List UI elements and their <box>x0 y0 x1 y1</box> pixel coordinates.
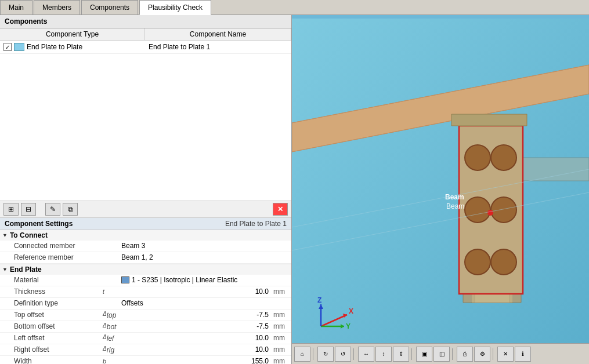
deftype-symbol <box>102 302 119 304</box>
tab-members[interactable]: Members <box>34 0 80 14</box>
main-layout: Components Component Type Component Name… <box>0 15 589 364</box>
right-offset-symbol: Δrig <box>102 344 119 355</box>
components-table: Component Type Component Name ✓ End Plat… <box>0 28 291 54</box>
material-color-box <box>121 276 129 283</box>
bottom-offset-label: Bottom offset <box>12 321 102 332</box>
svg-point-27 <box>487 210 493 216</box>
delete-button[interactable]: ✕ <box>273 203 288 216</box>
svg-line-33 <box>321 315 347 326</box>
reference-member-row: Reference member Beam 1, 2 <box>0 252 291 264</box>
bottom-offset-row: Bottom offset Δbot -7.5 mm <box>0 321 291 333</box>
svg-text:Z: Z <box>317 297 321 304</box>
left-panel: Components Component Type Component Name… <box>0 15 292 364</box>
top-offset-label: Top offset <box>12 310 102 320</box>
viewport-panel[interactable]: FRONT TOP R <box>292 15 589 364</box>
left-offset-row: Left offset Δlef 10.0 mm <box>0 333 291 344</box>
right-offset-row: Right offset Δrig 10.0 mm <box>0 344 291 356</box>
end-plate-section: ▼ End Plate Material 1 - S235 | Isotropi… <box>0 264 291 365</box>
reference-member-symbol <box>102 256 119 259</box>
add-row-button[interactable]: ⊞ <box>3 203 19 216</box>
end-plate-header[interactable]: ▼ End Plate <box>0 264 291 275</box>
settings-view-button[interactable]: ⚙ <box>474 347 490 362</box>
tab-bar: Main Members Components Plausibility Che… <box>0 0 589 15</box>
top-offset-row: Top offset Δtop -7.5 mm <box>0 310 291 321</box>
deftype-value[interactable]: Offsets <box>119 298 291 308</box>
width-row: Width b 155.0 mm <box>0 356 291 365</box>
col-name-header: Component Name <box>145 28 291 40</box>
svg-point-25 <box>465 249 490 275</box>
toolbar-sep5 <box>493 348 495 360</box>
toolbar-sep2 <box>353 348 356 360</box>
components-section-header: Components <box>0 15 291 28</box>
svg-text:Beam: Beam <box>446 202 464 210</box>
rotate-x-button[interactable]: ↻ <box>317 347 334 362</box>
thickness-symbol: t <box>102 287 119 296</box>
collapse-icon: ▼ <box>2 267 8 272</box>
width-unit: mm <box>271 356 291 364</box>
connected-member-row: Connected member Beam 3 <box>0 241 291 252</box>
tab-plausibility[interactable]: Plausibility Check <box>139 0 211 15</box>
left-offset-label: Left offset <box>12 333 102 343</box>
info-view-button[interactable]: ℹ <box>515 347 531 362</box>
top-offset-value[interactable]: -7.5 <box>119 310 271 320</box>
deftype-label: Definition type <box>12 298 102 308</box>
table-row[interactable]: ✓ End Plate to Plate End Plate to Plate … <box>0 41 291 54</box>
toolbar-sep3 <box>411 348 414 360</box>
reference-member-label: Reference member <box>12 252 102 263</box>
components-toolbar: ⊞ ⊟ ✎ ⧉ ✕ <box>0 201 291 218</box>
thickness-value[interactable]: 10.0 <box>119 286 271 297</box>
trans-y-button[interactable]: ↕ <box>375 347 392 362</box>
tab-components[interactable]: Components <box>81 0 138 14</box>
component-type-icon <box>14 43 24 51</box>
material-symbol <box>102 279 119 281</box>
connected-member-value[interactable]: Beam 3 <box>119 241 291 251</box>
close-view-button[interactable]: ✕ <box>497 347 514 362</box>
axis-indicator: X Y Z <box>309 297 350 338</box>
svg-point-21 <box>465 145 490 170</box>
bottom-offset-symbol: Δbot <box>102 321 119 332</box>
checkbox-icon[interactable]: ✓ <box>3 43 12 51</box>
svg-point-22 <box>491 145 516 170</box>
end-plate-thickness-row: Thickness t 10.0 mm <box>0 286 291 298</box>
material-label: Material <box>12 275 102 285</box>
svg-marker-37 <box>341 324 344 329</box>
svg-point-26 <box>491 249 516 275</box>
trans-z-button[interactable]: ⇕ <box>393 347 409 362</box>
trans-x-button[interactable]: ↔ <box>358 347 374 362</box>
end-plate-material-row: Material 1 - S235 | Isotropic | Linear E… <box>0 275 291 286</box>
component-name-cell: End Plate to Plate 1 <box>145 42 291 52</box>
print-button[interactable]: ⎙ <box>457 347 473 362</box>
rotate-y-button[interactable]: ↺ <box>335 347 351 362</box>
split-view-button[interactable]: ◫ <box>433 347 450 362</box>
left-offset-value[interactable]: 10.0 <box>119 333 271 343</box>
remove-row-button[interactable]: ⊟ <box>21 203 36 216</box>
frame-button[interactable]: ▣ <box>416 347 432 362</box>
bottom-toolbar: ⌂ ↻ ↺ ↔ ↕ ⇕ ▣ ◫ ⎙ ⚙ ✕ ℹ <box>292 343 589 364</box>
connected-member-label: Connected member <box>12 241 102 251</box>
svg-text:X: X <box>349 307 353 315</box>
settings-header: Component Settings End Plate to Plate 1 <box>0 218 291 230</box>
copy-button[interactable]: ⧉ <box>63 203 78 216</box>
svg-point-23 <box>465 197 490 223</box>
connected-member-symbol <box>102 245 119 247</box>
bottom-offset-value[interactable]: -7.5 <box>119 321 271 332</box>
thickness-unit: mm <box>271 286 291 297</box>
reference-member-value[interactable]: Beam 1, 2 <box>119 252 291 263</box>
collapse-icon: ▼ <box>2 232 8 238</box>
width-symbol: b <box>102 356 119 364</box>
thickness-label: Thickness <box>12 286 102 297</box>
edit-button[interactable]: ✎ <box>45 203 60 216</box>
settings-title: Component Settings <box>5 220 73 228</box>
col-type-header: Component Type <box>0 28 145 40</box>
view-home-button[interactable]: ⌂ <box>294 347 310 362</box>
material-value[interactable]: 1 - S235 | Isotropic | Linear Elastic <box>119 275 291 285</box>
top-offset-unit: mm <box>271 310 291 320</box>
empty-area <box>0 54 291 201</box>
settings-component-name: End Plate to Plate 1 <box>225 220 287 228</box>
to-connect-header[interactable]: ▼ To Connect <box>0 230 291 241</box>
svg-point-24 <box>491 197 516 223</box>
tab-main[interactable]: Main <box>0 0 32 14</box>
width-value[interactable]: 155.0 <box>119 356 271 364</box>
left-offset-symbol: Δlef <box>102 333 119 344</box>
right-offset-value[interactable]: 10.0 <box>119 344 271 355</box>
